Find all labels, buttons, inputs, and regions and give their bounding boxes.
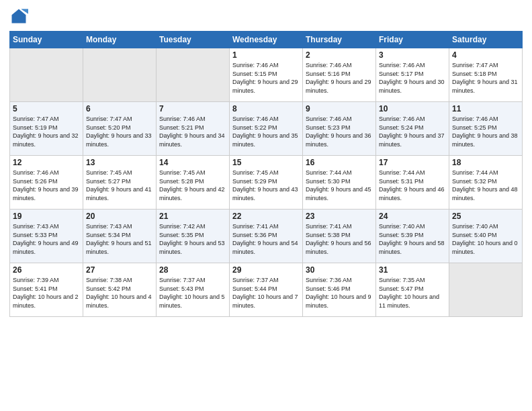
day-info: Sunrise: 7:37 AMSunset: 5:44 PMDaylight:…: [232, 276, 300, 310]
sunset-text: Sunset: 5:17 PM: [379, 71, 424, 77]
sunrise-text: Sunrise: 7:45 AM: [86, 169, 132, 176]
sunrise-text: Sunrise: 7:44 AM: [452, 169, 498, 176]
day-cell: 4Sunrise: 7:47 AMSunset: 5:18 PMDaylight…: [449, 48, 523, 102]
day-number: 18: [452, 158, 519, 167]
day-info: Sunrise: 7:44 AMSunset: 5:31 PMDaylight:…: [379, 169, 446, 202]
sunrise-text: Sunrise: 7:41 AM: [306, 223, 352, 230]
day-cell: 26Sunrise: 7:39 AMSunset: 5:41 PMDayligh…: [10, 263, 83, 317]
day-number: 23: [306, 212, 373, 221]
day-info: Sunrise: 7:40 AMSunset: 5:39 PMDaylight:…: [379, 222, 446, 256]
day-number: 9: [306, 104, 373, 113]
daylight-text: Daylight: 9 hours and 41 minutes.: [86, 186, 152, 201]
day-number: 11: [452, 104, 519, 113]
sunrise-text: Sunrise: 7:42 AM: [159, 223, 206, 230]
day-cell: 21Sunrise: 7:42 AMSunset: 5:35 PMDayligh…: [157, 210, 230, 263]
day-number: 5: [13, 104, 80, 113]
calendar-table: SundayMondayTuesdayWednesdayThursdayFrid…: [9, 31, 523, 317]
sunrise-text: Sunrise: 7:46 AM: [306, 116, 352, 122]
daylight-text: Daylight: 9 hours and 46 minutes.: [379, 186, 445, 201]
day-cell: 2Sunrise: 7:46 AMSunset: 5:16 PMDaylight…: [303, 48, 376, 102]
sunrise-text: Sunrise: 7:46 AM: [232, 62, 279, 68]
day-info: Sunrise: 7:41 AMSunset: 5:36 PMDaylight:…: [232, 222, 300, 256]
day-number: 30: [306, 265, 373, 275]
day-number: 7: [159, 104, 226, 113]
day-info: Sunrise: 7:46 AMSunset: 5:16 PMDaylight:…: [306, 61, 373, 95]
day-info: Sunrise: 7:46 AMSunset: 5:21 PMDaylight:…: [159, 115, 226, 148]
week-row-5: 26Sunrise: 7:39 AMSunset: 5:41 PMDayligh…: [10, 263, 523, 317]
sunrise-text: Sunrise: 7:46 AM: [232, 116, 279, 122]
daylight-text: Daylight: 9 hours and 31 minutes.: [452, 79, 518, 94]
day-info: Sunrise: 7:43 AMSunset: 5:33 PMDaylight:…: [13, 222, 80, 256]
day-number: 2: [306, 50, 373, 60]
sunrise-text: Sunrise: 7:35 AM: [379, 277, 425, 283]
day-number: 19: [13, 212, 80, 221]
header-row: SundayMondayTuesdayWednesdayThursdayFrid…: [10, 32, 523, 48]
header: [9, 7, 523, 26]
week-row-4: 19Sunrise: 7:43 AMSunset: 5:33 PMDayligh…: [10, 210, 523, 263]
sunset-text: Sunset: 5:29 PM: [232, 178, 277, 185]
week-row-2: 5Sunrise: 7:47 AMSunset: 5:19 PMDaylight…: [10, 102, 523, 156]
day-cell: 6Sunrise: 7:47 AMSunset: 5:20 PMDaylight…: [83, 102, 157, 156]
daylight-text: Daylight: 9 hours and 45 minutes.: [306, 186, 371, 201]
sunset-text: Sunset: 5:44 PM: [232, 285, 277, 292]
day-info: Sunrise: 7:46 AMSunset: 5:17 PMDaylight:…: [379, 61, 446, 95]
day-number: 13: [86, 158, 153, 167]
sunrise-text: Sunrise: 7:46 AM: [379, 116, 425, 122]
sunrise-text: Sunrise: 7:45 AM: [232, 169, 279, 176]
sunset-text: Sunset: 5:46 PM: [306, 285, 351, 292]
week-row-1: 1Sunrise: 7:46 AMSunset: 5:15 PMDaylight…: [10, 48, 523, 102]
day-cell: 16Sunrise: 7:44 AMSunset: 5:30 PMDayligh…: [303, 156, 376, 210]
day-number: 31: [379, 265, 446, 275]
daylight-text: Daylight: 9 hours and 42 minutes.: [159, 186, 225, 201]
header-cell-wednesday: Wednesday: [230, 32, 303, 48]
day-cell: 5Sunrise: 7:47 AMSunset: 5:19 PMDaylight…: [10, 102, 83, 156]
sunrise-text: Sunrise: 7:40 AM: [452, 223, 498, 230]
day-cell: 28Sunrise: 7:37 AMSunset: 5:43 PMDayligh…: [157, 263, 230, 317]
day-info: Sunrise: 7:46 AMSunset: 5:25 PMDaylight:…: [452, 115, 519, 148]
day-cell: 27Sunrise: 7:38 AMSunset: 5:42 PMDayligh…: [83, 263, 157, 317]
sunset-text: Sunset: 5:23 PM: [306, 124, 351, 131]
header-cell-sunday: Sunday: [10, 32, 83, 48]
sunset-text: Sunset: 5:19 PM: [13, 124, 58, 131]
day-info: Sunrise: 7:35 AMSunset: 5:47 PMDaylight:…: [379, 276, 446, 310]
day-info: Sunrise: 7:46 AMSunset: 5:26 PMDaylight:…: [13, 169, 80, 202]
day-cell: 18Sunrise: 7:44 AMSunset: 5:32 PMDayligh…: [449, 156, 523, 210]
sunrise-text: Sunrise: 7:46 AM: [13, 169, 59, 176]
day-info: Sunrise: 7:45 AMSunset: 5:28 PMDaylight:…: [159, 169, 226, 202]
daylight-text: Daylight: 10 hours and 9 minutes.: [306, 293, 371, 309]
sunset-text: Sunset: 5:42 PM: [86, 285, 131, 292]
sunset-text: Sunset: 5:28 PM: [159, 178, 204, 185]
header-cell-saturday: Saturday: [449, 32, 523, 48]
header-cell-friday: Friday: [376, 32, 449, 48]
header-cell-thursday: Thursday: [303, 32, 376, 48]
header-cell-monday: Monday: [83, 32, 157, 48]
day-cell: 29Sunrise: 7:37 AMSunset: 5:44 PMDayligh…: [230, 263, 303, 317]
day-number: 25: [452, 212, 519, 221]
daylight-text: Daylight: 9 hours and 36 minutes.: [306, 132, 371, 148]
sunset-text: Sunset: 5:21 PM: [159, 124, 204, 131]
day-cell: 8Sunrise: 7:46 AMSunset: 5:22 PMDaylight…: [230, 102, 303, 156]
day-cell: [10, 48, 83, 102]
daylight-text: Daylight: 10 hours and 11 minutes.: [379, 293, 439, 309]
day-cell: 20Sunrise: 7:43 AMSunset: 5:34 PMDayligh…: [83, 210, 157, 263]
page: SundayMondayTuesdayWednesdayThursdayFrid…: [0, 0, 532, 411]
day-cell: 31Sunrise: 7:35 AMSunset: 5:47 PMDayligh…: [376, 263, 449, 317]
day-number: 22: [232, 212, 300, 221]
daylight-text: Daylight: 9 hours and 33 minutes.: [86, 132, 152, 148]
daylight-text: Daylight: 9 hours and 39 minutes.: [13, 186, 79, 201]
sunrise-text: Sunrise: 7:43 AM: [13, 223, 59, 230]
sunset-text: Sunset: 5:39 PM: [379, 232, 424, 238]
day-cell: 19Sunrise: 7:43 AMSunset: 5:33 PMDayligh…: [10, 210, 83, 263]
daylight-text: Daylight: 9 hours and 56 minutes.: [306, 240, 371, 255]
day-number: 16: [306, 158, 373, 167]
sunset-text: Sunset: 5:25 PM: [452, 124, 497, 131]
day-info: Sunrise: 7:44 AMSunset: 5:32 PMDaylight:…: [452, 169, 519, 202]
sunset-text: Sunset: 5:22 PM: [232, 124, 277, 131]
sunset-text: Sunset: 5:36 PM: [232, 232, 277, 238]
sunset-text: Sunset: 5:35 PM: [159, 232, 204, 238]
day-cell: 14Sunrise: 7:45 AMSunset: 5:28 PMDayligh…: [157, 156, 230, 210]
day-number: 29: [232, 265, 300, 275]
sunset-text: Sunset: 5:38 PM: [306, 232, 351, 238]
sunrise-text: Sunrise: 7:47 AM: [452, 62, 498, 68]
sunset-text: Sunset: 5:20 PM: [86, 124, 131, 131]
